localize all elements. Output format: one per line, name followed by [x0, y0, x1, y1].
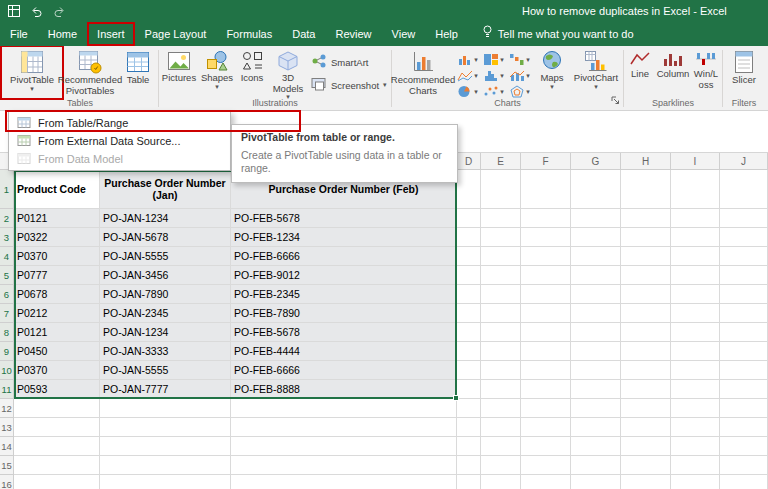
cell-C8[interactable]: PO-FEB-5678 — [231, 323, 457, 342]
cell-G4[interactable] — [571, 247, 621, 266]
column-chart-button[interactable]: ▾ — [455, 52, 480, 67]
cell-D9[interactable] — [457, 342, 481, 361]
row-header-9[interactable]: 9 — [0, 342, 14, 361]
column-header-F[interactable]: F — [521, 153, 571, 170]
cell-I12[interactable] — [671, 399, 720, 418]
row-header-5[interactable]: 5 — [0, 266, 14, 285]
cell-B4[interactable]: PO-JAN-5555 — [100, 247, 231, 266]
row-header-14[interactable]: 14 — [0, 437, 14, 456]
cell-A5[interactable]: P0777 — [14, 266, 100, 285]
cell-G10[interactable] — [571, 361, 621, 380]
cell-J10[interactable] — [720, 361, 768, 380]
cell-B6[interactable]: PO-JAN-7890 — [100, 285, 231, 304]
cell-C9[interactable]: PO-FEB-4444 — [231, 342, 457, 361]
cell-A10[interactable]: P0370 — [14, 361, 100, 380]
cell-C3[interactable]: PO-FEB-1234 — [231, 228, 457, 247]
cell-F4[interactable] — [521, 247, 571, 266]
cell-H6[interactable] — [621, 285, 671, 304]
cell-G3[interactable] — [571, 228, 621, 247]
cell-C15[interactable] — [231, 456, 457, 475]
cell-J13[interactable] — [720, 418, 768, 437]
tab-page-layout[interactable]: Page Layout — [135, 22, 217, 46]
cell-G15[interactable] — [571, 456, 621, 475]
cell-G8[interactable] — [571, 323, 621, 342]
table-button[interactable]: Table — [119, 48, 157, 97]
pictures-button[interactable]: Pictures — [160, 48, 198, 97]
row-header-1[interactable]: 1 — [0, 170, 14, 209]
cell-D16[interactable] — [457, 475, 481, 489]
cell-F15[interactable] — [521, 456, 571, 475]
column-header-E[interactable]: E — [481, 153, 521, 170]
column-header-D[interactable]: D — [457, 153, 481, 170]
cell-J11[interactable] — [720, 380, 768, 399]
cell-H14[interactable] — [621, 437, 671, 456]
cell-B2[interactable]: PO-JAN-1234 — [100, 209, 231, 228]
cell-H16[interactable] — [621, 475, 671, 489]
cell-A8[interactable]: P0121 — [14, 323, 100, 342]
cell-D4[interactable] — [457, 247, 481, 266]
cell-F14[interactable] — [521, 437, 571, 456]
row-header-6[interactable]: 6 — [0, 285, 14, 304]
pivotchart-button[interactable]: PivotChart ▾ — [570, 48, 622, 97]
cell-J2[interactable] — [720, 209, 768, 228]
cell-F11[interactable] — [521, 380, 571, 399]
3d-models-button[interactable]: 3D Models ▾ — [268, 48, 308, 97]
combo-chart-button[interactable]: ▾ — [507, 68, 532, 83]
cell-I13[interactable] — [671, 418, 720, 437]
cell-C16[interactable] — [231, 475, 457, 489]
cell-B7[interactable]: PO-JAN-2345 — [100, 304, 231, 323]
tab-data[interactable]: Data — [282, 22, 325, 46]
cell-I4[interactable] — [671, 247, 720, 266]
column-header-J[interactable]: J — [720, 153, 768, 170]
menu-item-from-external-data-source[interactable]: From External Data Source... — [9, 132, 230, 150]
tab-view[interactable]: View — [382, 22, 426, 46]
row-header-15[interactable]: 15 — [0, 456, 14, 475]
cell-D5[interactable] — [457, 266, 481, 285]
cell-G13[interactable] — [571, 418, 621, 437]
cell-E1[interactable] — [481, 170, 521, 209]
cell-C11[interactable]: PO-FEB-8888 — [231, 380, 457, 399]
cell-I15[interactable] — [671, 456, 720, 475]
cell-B9[interactable]: PO-JAN-3333 — [100, 342, 231, 361]
undo-icon[interactable] — [30, 5, 43, 17]
cell-D8[interactable] — [457, 323, 481, 342]
cell-J12[interactable] — [720, 399, 768, 418]
row-header-4[interactable]: 4 — [0, 247, 14, 266]
cell-C6[interactable]: PO-FEB-2345 — [231, 285, 457, 304]
cell-A14[interactable] — [14, 437, 100, 456]
cell-E13[interactable] — [481, 418, 521, 437]
cell-J6[interactable] — [720, 285, 768, 304]
cell-G16[interactable] — [571, 475, 621, 489]
tab-home[interactable]: Home — [38, 22, 87, 46]
cell-H10[interactable] — [621, 361, 671, 380]
menu-item-from-data-model[interactable]: From Data Model — [9, 150, 230, 168]
cell-A11[interactable]: P0593 — [14, 380, 100, 399]
cell-F16[interactable] — [521, 475, 571, 489]
cell-C7[interactable]: PO-FEB-7890 — [231, 304, 457, 323]
cell-B1[interactable]: Purchase Order Number (Jan) — [100, 170, 231, 209]
cell-B14[interactable] — [100, 437, 231, 456]
cell-D14[interactable] — [457, 437, 481, 456]
cell-G12[interactable] — [571, 399, 621, 418]
tell-me-box[interactable]: Tell me what you want to do — [482, 22, 634, 46]
cell-I9[interactable] — [671, 342, 720, 361]
cell-B16[interactable] — [100, 475, 231, 489]
cell-H3[interactable] — [621, 228, 671, 247]
fill-handle[interactable] — [453, 395, 459, 401]
cell-F2[interactable] — [521, 209, 571, 228]
slicer-button[interactable]: Slicer — [724, 48, 764, 97]
cell-F6[interactable] — [521, 285, 571, 304]
cell-D6[interactable] — [457, 285, 481, 304]
cell-H8[interactable] — [621, 323, 671, 342]
cell-J8[interactable] — [720, 323, 768, 342]
recommended-charts-button[interactable]: Recommended Charts — [393, 48, 453, 97]
cell-D1[interactable] — [457, 170, 481, 209]
cell-C5[interactable]: PO-FEB-9012 — [231, 266, 457, 285]
cell-F9[interactable] — [521, 342, 571, 361]
cell-A12[interactable] — [14, 399, 100, 418]
tab-formulas[interactable]: Formulas — [216, 22, 282, 46]
row-header-13[interactable]: 13 — [0, 418, 14, 437]
cell-G2[interactable] — [571, 209, 621, 228]
cell-G9[interactable] — [571, 342, 621, 361]
row-header-7[interactable]: 7 — [0, 304, 14, 323]
